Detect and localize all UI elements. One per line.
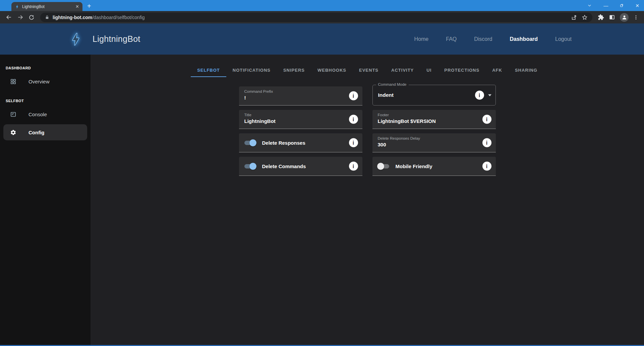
main-content: SELFBOT NOTIFICATIONS SNIPERS WEBHOOKS E… (91, 55, 644, 346)
url-path: /dashboard/selfbot/config (92, 15, 144, 20)
mobile-friendly-card: Mobile Friendly i (372, 157, 496, 176)
sidebar-item-label: Overview (28, 79, 50, 84)
info-icon[interactable]: i (482, 162, 491, 171)
sidebar-item-label: Config (28, 130, 44, 135)
window-restore-icon[interactable] (620, 3, 624, 8)
share-icon[interactable] (571, 14, 577, 20)
grid-icon (10, 78, 16, 85)
field-label: Mobile Friendly (396, 163, 432, 169)
delete-responses-delay-field[interactable]: Delete Responses Delay 300 i (372, 133, 496, 152)
footer-field[interactable]: Footer LightningBot $VERSION i (372, 110, 496, 129)
sidebar-item-console[interactable]: Console (0, 106, 91, 122)
config-tabs: SELFBOT NOTIFICATIONS SNIPERS WEBHOOKS E… (91, 64, 644, 77)
nav-discord[interactable]: Discord (474, 36, 492, 42)
browser-tab[interactable]: LightningBot ✕ (11, 2, 82, 11)
sidebar-section-selfbot: SELFBOT (6, 99, 91, 103)
toggle-thumb (249, 163, 256, 170)
title-field[interactable]: Title LightningBot i (239, 110, 362, 129)
gear-icon (10, 129, 16, 136)
command-mode-select[interactable]: Command Mode Indent i (372, 85, 496, 106)
tab-snipers[interactable]: SNIPERS (277, 64, 311, 77)
nav-dashboard[interactable]: Dashboard (510, 36, 538, 42)
toggle-thumb (377, 163, 384, 170)
brand-title: LightningBot (93, 34, 140, 44)
field-label: Command Mode (376, 82, 409, 86)
bookmark-star-icon[interactable] (582, 14, 588, 20)
lock-icon (45, 15, 49, 20)
window-chevron-down-icon[interactable] (587, 3, 592, 8)
delete-commands-card: Delete Commands i (239, 157, 362, 176)
extensions-puzzle-icon[interactable] (598, 14, 604, 20)
url-text: lightning-bot.com/dashboard/selfbot/conf… (53, 15, 568, 20)
tab-close-icon[interactable]: ✕ (75, 4, 79, 9)
info-icon[interactable]: i (349, 91, 358, 100)
field-value: LightningBot $VERSION (378, 118, 478, 124)
window-close-icon[interactable]: ✕ (635, 3, 639, 8)
side-panel-icon[interactable] (609, 14, 615, 20)
tab-sharing[interactable]: SHARING (509, 64, 544, 77)
nav-faq[interactable]: FAQ (446, 36, 457, 42)
nav-logout[interactable]: Logout (555, 36, 572, 42)
profile-avatar[interactable] (620, 13, 629, 22)
info-icon[interactable]: i (482, 115, 491, 124)
field-label: Title (244, 113, 345, 117)
back-icon[interactable] (3, 12, 14, 23)
field-value: ! (244, 95, 345, 100)
command-prefix-field[interactable]: Command Prefix ! i (239, 86, 362, 106)
mobile-friendly-toggle[interactable] (377, 163, 390, 170)
browser-tab-strip: LightningBot ✕ + — ✕ (0, 0, 644, 11)
tab-events[interactable]: EVENTS (353, 64, 385, 77)
sidebar-item-overview[interactable]: Overview (0, 73, 91, 89)
sidebar-item-label: Console (28, 112, 47, 117)
delete-responses-card: Delete Responses i (239, 133, 362, 152)
sidebar-section-dashboard: DASHBOARD (6, 66, 91, 70)
person-icon (622, 14, 627, 20)
tab-notifications[interactable]: NOTIFICATIONS (226, 64, 277, 77)
app-header: LightningBot Home FAQ Discord Dashboard … (0, 23, 644, 55)
tab-selfbot[interactable]: SELFBOT (191, 64, 226, 77)
tab-webhooks[interactable]: WEBHOOKS (311, 64, 353, 77)
new-tab-button[interactable]: + (87, 3, 91, 9)
window-minimize-icon[interactable]: — (603, 3, 608, 8)
field-label: Delete Commands (262, 163, 306, 169)
info-icon[interactable]: i (482, 138, 491, 147)
info-icon[interactable]: i (349, 138, 358, 147)
reload-icon[interactable] (26, 12, 37, 23)
lightning-favicon-icon (15, 4, 19, 9)
url-domain: lightning-bot.com (53, 15, 92, 20)
field-label: Delete Responses Delay (378, 136, 478, 140)
address-bar[interactable]: lightning-bot.com/dashboard/selfbot/conf… (40, 13, 592, 22)
toggle-thumb (249, 139, 256, 146)
forward-icon[interactable] (15, 12, 25, 23)
tab-activity[interactable]: ACTIVITY (385, 64, 420, 77)
field-value: 300 (378, 142, 478, 147)
field-label: Command Prefix (244, 89, 345, 93)
sidebar-item-config[interactable]: Config (3, 124, 87, 140)
app-nav: Home FAQ Discord Dashboard Logout (414, 36, 572, 42)
sidebar: DASHBOARD Overview SELFBOT (0, 55, 91, 346)
tab-afk[interactable]: AFK (486, 64, 509, 77)
info-icon[interactable]: i (349, 115, 358, 124)
config-form: Command Prefix ! i Command Mode Indent i… (239, 85, 496, 176)
browser-menu-icon[interactable] (633, 15, 639, 20)
field-value: Indent (378, 92, 394, 98)
info-icon[interactable]: i (475, 91, 484, 100)
chevron-down-icon (488, 94, 491, 96)
console-icon (10, 111, 16, 118)
tab-ui[interactable]: UI (420, 64, 438, 77)
nav-home[interactable]: Home (414, 36, 429, 42)
field-value: LightningBot (244, 118, 345, 124)
browser-toolbar: lightning-bot.com/dashboard/selfbot/conf… (0, 11, 644, 23)
field-label: Delete Responses (262, 140, 305, 146)
tab-protections[interactable]: PROTECTIONS (438, 64, 486, 77)
field-label: Footer (378, 113, 478, 117)
info-icon[interactable]: i (349, 162, 358, 171)
delete-commands-toggle[interactable] (244, 163, 256, 170)
browser-window: LightningBot ✕ + — ✕ (0, 0, 644, 346)
browser-tab-title: LightningBot (22, 4, 73, 9)
lightningbot-logo-icon (68, 30, 84, 48)
delete-responses-toggle[interactable] (244, 139, 256, 146)
